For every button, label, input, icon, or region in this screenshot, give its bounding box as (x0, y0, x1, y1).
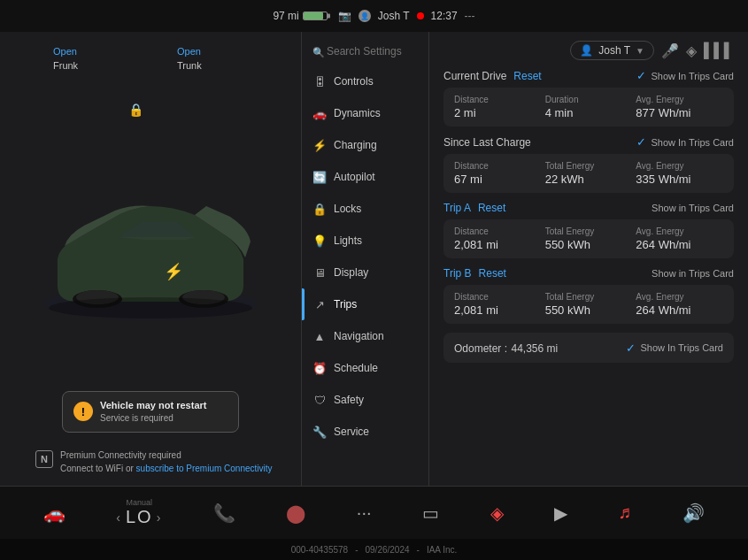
time-display: 12:37 (431, 10, 458, 22)
trip-a-stats: Distance 2,081 mi Total Energy 550 kWh A… (443, 219, 734, 258)
record-dot (417, 12, 424, 19)
meta-bar: 000-40435578 - 09/26/2024 - IAA Inc. (0, 539, 748, 560)
trip-a-avg-energy: Avg. Energy 264 Wh/mi (636, 226, 723, 251)
bluetooth-icon[interactable]: ◈ (686, 42, 697, 59)
sidebar-item-charging[interactable]: ⚡ Charging (302, 129, 428, 161)
taskbar-camera[interactable]: ⬤ (286, 502, 305, 524)
taskbar-phone[interactable]: 📞 (213, 502, 235, 524)
taskbar-menu[interactable]: ··· (357, 502, 372, 523)
user-icon: 👤 (359, 10, 371, 22)
svg-text:⚡: ⚡ (164, 262, 184, 281)
trip-a-show-trips[interactable]: Show in Trips Card (652, 203, 734, 213)
meta-date: 09/26/2024 (365, 545, 409, 555)
status-center: 📷 👤 Josh T 12:37 --- (338, 10, 475, 22)
trip-a-total-energy: Total Energy 550 kWh (545, 226, 633, 251)
premium-link[interactable]: subscribe to Premium Connectivity (136, 464, 273, 473)
sidebar-item-lights[interactable]: 💡 Lights (302, 225, 428, 257)
since-last-charge-stats: Distance 67 mi Total Energy 22 kWh Avg. … (443, 154, 734, 193)
trip-b-reset[interactable]: Reset (479, 267, 506, 280)
slc-distance: Distance 67 mi (454, 161, 542, 186)
lo-text: LO (126, 507, 153, 527)
meta-separator2: - (417, 545, 420, 555)
taskbar-card[interactable]: ▭ (422, 502, 439, 524)
dynamics-icon: 🚗 (312, 106, 327, 120)
n-icon: N (35, 450, 53, 468)
current-drive-reset[interactable]: Reset (513, 70, 541, 82)
trip-a-distance: Distance 2,081 mi (454, 226, 542, 251)
trip-b-header: Trip B Reset Show in Trips Card (443, 267, 734, 280)
screen-frame: 97 mi 📷 👤 Josh T 12:37 --- PARK Open Fru… (0, 0, 748, 560)
trips-icon: ↗ (312, 297, 327, 311)
svg-point-6 (49, 297, 252, 318)
current-drive-duration: Duration 4 min (545, 95, 633, 119)
taskbar-gear[interactable]: Manual ‹ LO › (116, 498, 162, 527)
search-bar: 🔍 (302, 39, 428, 65)
trunk-label[interactable]: Open Trunk (177, 46, 202, 73)
sidebar-item-dynamics[interactable]: 🚗 Dynamics (302, 97, 428, 129)
since-last-charge-show-trips[interactable]: ✓ Show In Trips Card (636, 135, 734, 149)
trip-b-distance: Distance 2,081 mi (454, 292, 542, 317)
mic-icon[interactable]: 🎤 (661, 42, 679, 59)
signal-icon: ▌▌▌ (704, 42, 734, 58)
status-dashes: --- (465, 10, 475, 22)
taskbar-media[interactable]: ▶ (554, 502, 567, 524)
schedule-icon: ⏰ (312, 361, 327, 375)
search-icon: 🔍 (312, 47, 325, 58)
nav-icon: ◈ (490, 502, 504, 524)
status-bar: 97 mi 📷 👤 Josh T 12:37 --- (0, 0, 748, 32)
meta-separator: - (355, 545, 358, 555)
sidebar-item-controls[interactable]: 🎛 Controls (302, 65, 428, 97)
current-drive-distance: Distance 2 mi (454, 95, 542, 119)
sidebar-item-autopilot[interactable]: 🔄 Autopilot (302, 161, 428, 193)
lights-icon: 💡 (312, 234, 327, 248)
trip-a-title: Trip A (443, 202, 471, 214)
taskbar-nav[interactable]: ◈ (490, 502, 504, 524)
meta-id: 000-40435578 (291, 545, 349, 555)
odometer-show-trips[interactable]: ✓ Show In Trips Card (626, 341, 723, 355)
display-icon: 🖥 (312, 265, 327, 280)
range-display: 97 mi (273, 10, 327, 22)
sidebar-item-service[interactable]: 🔧 Service (302, 416, 428, 448)
taskbar-volume[interactable]: 🔊 (682, 502, 705, 524)
sidebar-item-schedule[interactable]: ⏰ Schedule (302, 352, 428, 384)
locks-icon: 🔒 (312, 202, 327, 216)
nav-panel: 🔍 🎛 Controls 🚗 Dynamics ⚡ Charging 🔄 Aut… (301, 32, 429, 486)
left-arrow-icon: ‹ (116, 510, 122, 525)
lock-icon: 🔒 (128, 103, 143, 117)
trip-b-stats: Distance 2,081 mi Total Energy 550 kWh A… (443, 285, 734, 324)
trip-a-reset[interactable]: Reset (478, 202, 505, 214)
battery-icon (303, 12, 328, 20)
frunk-label[interactable]: Open Frunk (53, 46, 78, 73)
check-icon-3: ✓ (626, 341, 636, 355)
sidebar-item-trips[interactable]: ↗ Trips (302, 288, 428, 320)
trip-b-show-trips[interactable]: Show in Trips Card (652, 268, 734, 279)
current-drive-avg-energy: Avg. Energy 877 Wh/mi (636, 95, 723, 119)
sidebar-item-navigation[interactable]: ▲ Navigation (302, 320, 428, 352)
current-drive-title: Current Drive (443, 70, 506, 82)
current-drive-show-trips[interactable]: ✓ Show In Trips Card (636, 69, 734, 82)
navigation-icon: ▲ (312, 329, 327, 343)
sidebar-item-display[interactable]: 🖥 Display (302, 257, 428, 288)
user-display-name: Josh T (598, 44, 630, 57)
check-icon: ✓ (636, 69, 646, 82)
user-pill[interactable]: 👤 Josh T ▼ (570, 41, 654, 60)
volume-icon: 🔊 (682, 502, 705, 524)
autopilot-icon: 🔄 (312, 170, 327, 184)
battery-fill (304, 12, 323, 19)
trip-a-header: Trip A Reset Show in Trips Card (443, 202, 734, 214)
left-panel: Open Frunk Open Trunk 🔒 (0, 32, 301, 486)
right-arrow-icon: › (157, 510, 163, 525)
safety-icon: 🛡 (312, 393, 327, 407)
car-svg: ⚡ (31, 171, 270, 348)
card-icon: ▭ (422, 502, 439, 524)
controls-icon: 🎛 (312, 74, 327, 88)
sidebar-item-locks[interactable]: 🔒 Locks (302, 193, 428, 225)
sidebar-item-safety[interactable]: 🛡 Safety (302, 384, 428, 416)
current-drive-stats: Distance 2 mi Duration 4 min Avg. Energy… (443, 88, 734, 127)
taskbar-music[interactable]: ♬ (619, 502, 632, 523)
slc-avg-energy: Avg. Energy 335 Wh/mi (636, 161, 723, 186)
warning-text: Vehicle may not restart Service is requi… (100, 399, 206, 425)
current-drive-header: Current Drive Reset ✓ Show In Trips Card (443, 69, 734, 82)
taskbar-car[interactable]: 🚗 (43, 502, 66, 524)
search-input[interactable] (311, 45, 420, 58)
